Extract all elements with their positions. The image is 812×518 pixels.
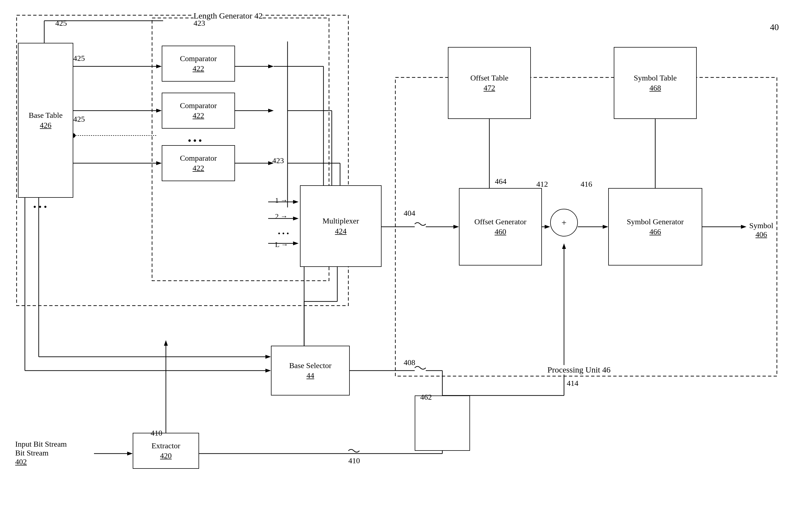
base-table-label: Base Table	[29, 110, 63, 120]
svg-marker-4	[127, 452, 133, 456]
multiplexer-block: Multiplexer 424	[300, 185, 381, 267]
base-selector-block: Base Selector 44	[271, 346, 350, 396]
svg-marker-74	[265, 369, 271, 373]
symbol-out-number: 406	[749, 230, 773, 239]
ref-410-right: 410	[348, 456, 360, 465]
svg-marker-28	[293, 200, 298, 204]
svg-marker-77	[265, 355, 271, 359]
symbol-table-number: 468	[649, 83, 661, 93]
extractor-number: 420	[160, 451, 172, 461]
svg-marker-7	[164, 340, 168, 346]
comparator-dots: • • •	[188, 136, 202, 146]
svg-marker-12	[156, 64, 162, 68]
offset-gen-label: Offset Generator	[474, 217, 526, 227]
base-table-number: 426	[40, 120, 51, 130]
comp2-number: 422	[193, 111, 204, 121]
mux-input-dots: • • •	[278, 230, 289, 238]
ref-40: 40	[770, 22, 779, 32]
comparator1-block: Comparator 422	[162, 46, 235, 82]
symbol-generator-block: Symbol Generator 466	[608, 188, 702, 265]
symbol-out-label: Symbol	[749, 221, 773, 230]
svg-marker-30	[293, 217, 298, 221]
svg-marker-22	[268, 109, 274, 113]
base-selector-label: Base Selector	[289, 361, 331, 371]
ref-464: 464	[495, 177, 506, 186]
ref-412: 412	[536, 180, 548, 189]
symbol-output-text: Symbol 406	[749, 221, 773, 239]
mux-number: 424	[335, 226, 347, 236]
comp1-label: Comparator	[180, 54, 217, 64]
offset-gen-number: 460	[495, 227, 506, 237]
symbol-gen-number: 466	[649, 227, 661, 237]
ref-410-left: 410	[151, 429, 162, 437]
svg-marker-60	[603, 225, 608, 229]
ref-425-mid: 425	[73, 54, 85, 63]
offset-table-label: Offset Table	[470, 73, 509, 83]
adder-circle: +	[550, 209, 578, 236]
input-bit-stream-text: Input Bit Stream Bit Stream 402	[15, 440, 67, 466]
symbol-table-block: Symbol Table 468	[614, 47, 697, 119]
mux-input-2: 2 →	[275, 212, 288, 221]
bit-stream-label: Bit Stream	[15, 449, 67, 457]
ref-408: 408	[404, 358, 415, 367]
ref-416: 416	[581, 180, 592, 189]
ref-423-top: 423	[194, 19, 205, 28]
base-table-block: Base Table 426	[18, 43, 73, 198]
base-selector-number: 44	[307, 371, 314, 380]
ref-404: 404	[404, 209, 415, 218]
comp3-label: Comparator	[180, 153, 217, 163]
comp2-label: Comparator	[180, 101, 217, 111]
ref-425-top: 425	[55, 19, 67, 28]
mux-input-L: L →	[275, 240, 288, 249]
processing-unit-label: Processing Unit 46	[547, 365, 610, 374]
ref-414: 414	[567, 379, 578, 388]
register-block	[415, 396, 470, 451]
svg-rect-2	[395, 78, 777, 376]
diagram: Base Table 426 • • • Comparator 422 Comp…	[0, 0, 812, 518]
svg-marker-62	[741, 225, 747, 229]
offset-generator-block: Offset Generator 460	[459, 188, 542, 265]
comparator2-block: Comparator 422	[162, 93, 235, 128]
comparator3-block: Comparator 422	[162, 145, 235, 181]
mux-label: Multiplexer	[322, 216, 359, 226]
symbol-gen-label: Symbol Generator	[627, 217, 684, 227]
input-label: Input Bit Stream	[15, 440, 67, 449]
svg-marker-58	[545, 225, 550, 229]
plus-symbol: +	[561, 218, 567, 228]
svg-marker-47	[454, 225, 459, 229]
svg-marker-20	[268, 64, 274, 68]
comp1-number: 422	[193, 64, 204, 74]
extractor-block: Extractor 420	[133, 433, 199, 469]
input-bit-stream-number: 402	[15, 457, 67, 466]
svg-marker-14	[156, 109, 162, 113]
svg-marker-71	[562, 243, 566, 249]
extractor-label: Extractor	[151, 441, 180, 451]
comp3-number: 422	[193, 163, 204, 173]
svg-marker-16	[156, 161, 162, 165]
base-table-dots: • • •	[33, 202, 47, 212]
mux-input-1: 1 →	[275, 196, 288, 205]
ref-462: 462	[420, 393, 432, 402]
ref-423-mid: 423	[272, 156, 284, 165]
offset-table-block: Offset Table 472	[448, 47, 531, 119]
offset-table-number: 472	[484, 83, 495, 93]
ref-425-bot: 425	[73, 115, 85, 124]
symbol-table-label: Symbol Table	[634, 73, 676, 83]
svg-marker-32	[293, 241, 298, 245]
